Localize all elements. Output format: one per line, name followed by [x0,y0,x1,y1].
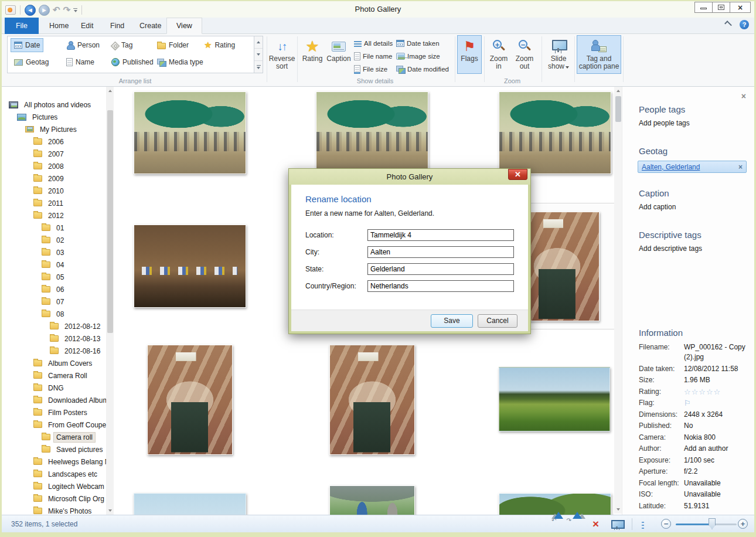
geotag-chip[interactable]: Aalten, Gelderland × [638,161,747,173]
date-taken-button[interactable]: Date taken [396,38,440,49]
all-details-button[interactable]: All details [354,38,393,49]
date-modified-button[interactable]: Date modified [396,63,449,75]
city-field[interactable] [367,246,514,258]
zoom-slider-thumb[interactable] [709,518,716,529]
zoom-out-button[interactable]: − Zoom out [512,35,537,74]
zoom-in-button[interactable]: + Zoom in [486,35,511,74]
add-caption-link[interactable]: Add caption [639,203,750,211]
zoom-slider-track[interactable] [712,524,737,525]
maximize-button[interactable] [712,2,730,13]
photos-scrollbar[interactable] [614,87,622,514]
gallery-scroll-up-button[interactable] [254,36,263,49]
tree-item[interactable]: 04 [2,259,106,271]
tree-item[interactable]: Downloaded Albums [2,394,106,406]
tree-item[interactable]: Landscapes etc [2,468,106,480]
save-button[interactable]: Save [431,314,473,328]
minimize-button[interactable] [694,2,713,13]
tree-item[interactable]: Heelwegs Belang N [2,456,106,468]
tree-item[interactable]: Microsoft Clip Org [2,492,106,505]
tree-item[interactable]: All photos and videos [2,98,106,111]
help-icon[interactable]: ? [740,20,749,29]
photo-thumbnail[interactable] [134,493,246,515]
zoom-slider-plus-button[interactable]: + [738,519,748,529]
tree-item[interactable]: 2009 [2,172,106,185]
remove-geotag-icon[interactable]: × [738,163,743,171]
tree-scrollbar[interactable] [106,87,114,515]
undo-button[interactable]: ↶ [53,6,60,14]
tree-item[interactable]: 06 [2,283,106,295]
tab-create[interactable]: Create [130,18,171,34]
tree-item[interactable]: DNG [2,382,106,394]
tree-item[interactable]: 2007 [2,148,106,160]
tree-item[interactable]: 2012 [2,209,106,222]
country-field[interactable] [367,280,514,292]
tab-find[interactable]: Find [101,18,134,34]
slide-show-button[interactable]: Slide show [544,35,573,74]
tree-item[interactable]: Pictures [2,111,106,123]
arrange-person-button[interactable]: Person [63,38,103,52]
gallery-scroll-down-button[interactable] [254,49,263,61]
add-descriptive-tags-link[interactable]: Add descriptive tags [639,244,750,253]
scrollbar-thumb[interactable] [615,96,621,122]
pane-close-icon[interactable]: × [741,91,746,101]
arrange-tag-button[interactable]: Tag [108,38,136,52]
tree-item[interactable]: Film Posters [2,406,106,419]
tree-item[interactable]: 08 [2,308,106,320]
arrange-media-type-button[interactable]: Media type [154,55,207,69]
tree-item[interactable]: 05 [2,271,106,283]
arrange-rating-button[interactable]: ★ Rating [200,38,239,52]
photo-thumbnail[interactable] [499,367,610,431]
scroll-up-icon[interactable] [614,87,622,95]
tag-and-caption-pane-button[interactable]: Tag and caption pane [577,35,621,74]
tree-item[interactable]: Camera Roll [2,369,106,382]
arrange-published-button[interactable]: Published [108,55,157,69]
photo-thumbnail[interactable] [147,345,233,455]
image-size-button[interactable]: Image size [396,50,440,62]
caption-details-button[interactable]: Caption [325,35,353,74]
flags-button[interactable]: ⚑ Flags [457,35,482,74]
forward-button[interactable]: ► [39,5,50,16]
file-size-button[interactable]: File size [354,63,387,75]
arrange-date-button[interactable]: Date [11,38,43,52]
photo-thumbnail[interactable] [329,345,415,455]
zoom-slider-minus-button[interactable]: − [661,519,671,529]
back-button[interactable]: ◄ [25,5,36,16]
arrange-geotag-button[interactable]: Geotag [11,55,52,69]
info-value-link[interactable]: Add an author [684,444,750,454]
file-name-button[interactable]: File name [354,50,393,62]
cancel-button[interactable]: Cancel [478,314,517,328]
redo-button[interactable]: ↷ [63,6,71,14]
tree-item[interactable]: 01 [2,222,106,234]
dialog-close-button[interactable]: ✕ [508,169,527,180]
tree-item[interactable]: From Geoff Coupe [2,419,106,431]
location-field[interactable] [367,229,514,241]
tree-item[interactable]: Album Covers [2,357,106,369]
zoom-slider-track[interactable] [676,524,712,525]
tree-item[interactable]: 2010 [2,185,106,197]
tab-file[interactable]: File [5,18,39,34]
photo-thumbnail[interactable] [316,91,428,174]
scroll-down-icon[interactable] [106,507,114,515]
photo-thumbnail[interactable] [134,225,246,308]
tree-item[interactable]: 2012-08-16 [2,345,106,357]
tree-item[interactable]: My Pictures [2,123,106,135]
rating-details-button[interactable]: ★ Rating [299,35,325,74]
tree-item[interactable]: 03 [2,246,106,259]
tree-item[interactable]: 2008 [2,160,106,172]
tree-item[interactable]: 02 [2,234,106,246]
app-icon[interactable] [5,5,16,15]
photo-thumbnail[interactable] [329,485,415,515]
state-field[interactable] [367,263,514,275]
tree-item[interactable]: Mike's Photos [2,505,106,515]
tab-view[interactable]: View [166,18,202,34]
scrollbar-thumb[interactable] [107,110,113,333]
tree-item[interactable]: 2011 [2,197,106,209]
scroll-down-icon[interactable] [614,505,622,514]
scroll-up-icon[interactable] [106,87,114,95]
delete-button[interactable]: × [592,519,599,529]
photo-thumbnail[interactable] [499,91,611,174]
tree-item[interactable]: Saved pictures [2,443,106,456]
reverse-sort-button[interactable]: ↓↑ Reverse sort [268,35,295,74]
geotag-value-link[interactable]: Aalten, Gelderland [642,163,738,171]
tree-item[interactable]: 07 [2,295,106,308]
